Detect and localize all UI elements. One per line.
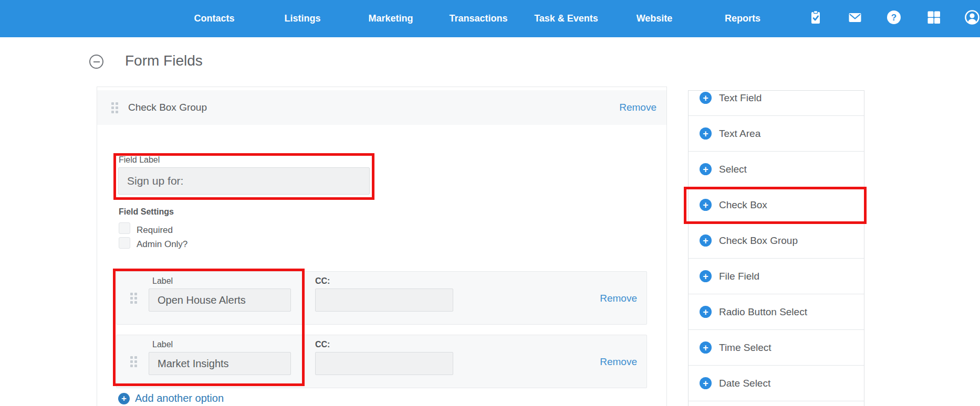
sidebar-item-text-field[interactable]: + Text Field [689, 90, 864, 116]
required-label: Required [137, 225, 173, 236]
help-icon[interactable]: ? [886, 9, 902, 25]
sidebar-item-time-select[interactable]: + Time Select [689, 330, 864, 366]
option-row: Label CC: Remove [116, 335, 647, 388]
sidebar-item-label: Check Box Group [719, 235, 798, 247]
nav-item-listings[interactable]: Listings [284, 0, 320, 37]
sidebar-item-radio-button-select[interactable]: + Radio Button Select [689, 294, 864, 330]
field-label-caption: Field Label [119, 155, 160, 165]
plus-circle-icon[interactable]: + [700, 377, 712, 389]
sidebar-item-label: Radio Button Select [719, 306, 807, 318]
option-cc-input[interactable] [315, 352, 453, 375]
drag-handle-icon[interactable] [130, 293, 137, 304]
admin-only-label: Admin Only? [137, 239, 187, 250]
remove-option-link[interactable]: Remove [600, 356, 637, 368]
sidebar-item-select[interactable]: + Select [689, 152, 864, 187]
sidebar-item-label: Select [719, 164, 747, 175]
top-navbar: Contacts Listings Marketing Transactions… [0, 0, 980, 37]
sidebar-item-label: Text Field [719, 92, 762, 104]
field-label-input[interactable] [118, 167, 370, 195]
nav-item-marketing[interactable]: Marketing [368, 0, 413, 37]
tasks-clipboard-icon[interactable] [808, 9, 823, 25]
plus-circle-icon[interactable]: + [700, 306, 712, 318]
sidebar-item-check-box[interactable]: + Check Box [689, 187, 864, 223]
remove-field-link[interactable]: Remove [619, 102, 656, 113]
sidebar-item-label: File Field [719, 271, 759, 282]
field-types-sidebar: + Text Field + Text Area + Select + Chec… [688, 90, 864, 406]
plus-circle-icon[interactable]: + [700, 234, 712, 247]
sidebar-item-check-box-group[interactable]: + Check Box Group [689, 223, 864, 259]
add-another-option-label: Add another option [135, 392, 224, 404]
nav-item-transactions[interactable]: Transactions [449, 0, 507, 37]
sidebar-item-label: Text Area [719, 128, 760, 140]
field-panel-title: Check Box Group [128, 102, 207, 113]
option-cc-caption: CC: [315, 340, 330, 349]
add-another-option-link[interactable]: + Add another option [118, 392, 224, 404]
sidebar-item-date-select[interactable]: + Date Select [689, 366, 864, 401]
sidebar-item-label: Check Box [719, 199, 767, 211]
sidebar-item-label: Date Select [719, 378, 770, 389]
option-label-caption: Label [152, 340, 173, 349]
apps-grid-icon[interactable] [926, 9, 942, 25]
option-label-input[interactable] [149, 289, 291, 312]
admin-only-checkbox[interactable] [119, 237, 130, 249]
remove-option-link[interactable]: Remove [600, 293, 637, 304]
option-cc-input[interactable] [315, 289, 453, 312]
plus-circle-icon[interactable]: + [700, 163, 712, 175]
option-label-input[interactable] [149, 352, 291, 375]
page-title: Form Fields [125, 52, 203, 69]
plus-circle-icon[interactable]: + [700, 341, 712, 354]
option-cc-caption: CC: [315, 276, 330, 286]
drag-handle-icon[interactable] [130, 356, 137, 367]
plus-circle-icon[interactable]: + [700, 270, 712, 282]
field-settings-caption: Field Settings [119, 207, 174, 217]
nav-item-contacts[interactable]: Contacts [194, 0, 234, 37]
plus-circle-icon[interactable]: + [700, 92, 712, 104]
nav-item-task-events[interactable]: Task & Events [534, 0, 598, 37]
sidebar-item-text-area[interactable]: + Text Area [689, 116, 864, 152]
option-label-caption: Label [152, 276, 173, 286]
nav-item-reports[interactable]: Reports [725, 0, 760, 37]
form-builder-page: Contacts Listings Marketing Transactions… [0, 0, 980, 406]
collapse-section-button[interactable] [89, 55, 103, 69]
account-icon[interactable] [964, 9, 980, 25]
plus-circle-icon[interactable]: + [700, 199, 712, 211]
plus-circle-icon[interactable]: + [700, 127, 712, 140]
nav-item-website[interactable]: Website [637, 0, 673, 37]
option-row: Label CC: Remove [116, 271, 647, 325]
sidebar-item-label: Time Select [719, 342, 772, 354]
required-checkbox[interactable] [119, 222, 130, 234]
plus-circle-icon[interactable]: + [118, 393, 130, 404]
drag-handle-icon[interactable] [111, 102, 118, 113]
field-panel-header: Check Box Group Remove [97, 90, 666, 125]
minus-icon [93, 61, 100, 62]
sidebar-item-file-field[interactable]: + File Field [689, 259, 864, 294]
mail-icon[interactable] [847, 9, 863, 25]
svg-text:?: ? [891, 13, 896, 23]
